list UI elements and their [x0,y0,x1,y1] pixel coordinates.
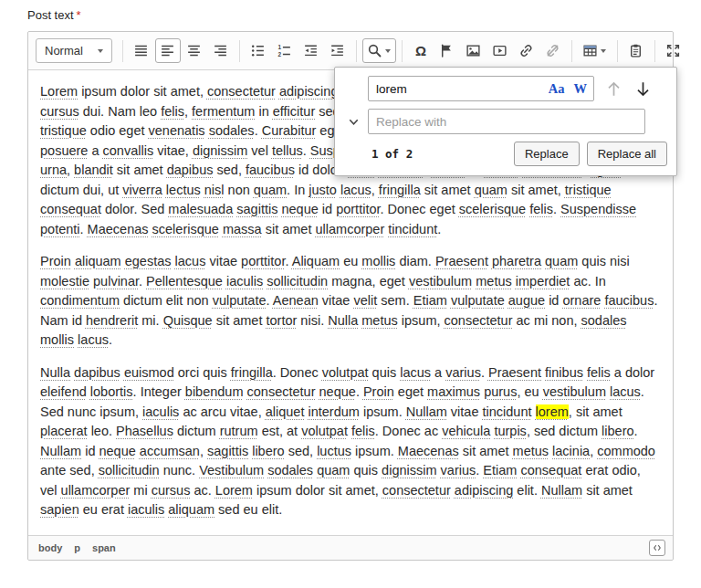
svg-text:1: 1 [278,44,282,50]
replace-all-button[interactable]: Replace all [587,142,667,166]
source-element-icon [652,542,663,553]
misspelled-word: ornare [562,293,601,308]
indent-icon [330,43,345,58]
options-chevron-button[interactable] [347,115,361,129]
whole-word-button[interactable]: W [574,82,588,96]
misspelled-word: porttitor [241,254,285,268]
misspelled-word: Quisque [163,313,213,328]
misspelled-word: pulvinar [93,274,139,289]
svg-text:2: 2 [278,51,282,58]
match-case-button[interactable]: Aa [549,82,565,96]
misspelled-word: vestibulum [543,384,606,399]
chevron-down-icon [601,49,606,53]
misspelled-word: tristique [565,183,612,197]
insert-image-button[interactable] [461,38,487,63]
find-replace-button[interactable] [362,38,396,63]
paragraph: Nulla dapibus euismod orci quis fringill… [40,363,661,520]
toolbar-separator [402,40,403,62]
misspelled-word: sodales [209,123,255,138]
insert-table-button[interactable] [578,38,612,63]
misspelled-word: felis [587,365,611,380]
misspelled-word: aliquam [75,254,121,268]
misspelled-word: lacus [340,183,371,197]
misspelled-word: porttitor [336,202,380,216]
misspelled-word: euismod [124,365,174,380]
special-character-button[interactable]: Ω [408,38,434,63]
misspelled-word: sodales [267,463,313,478]
numbered-list-icon: 12 [277,43,292,58]
required-marker: * [77,8,81,22]
misspelled-word: metus [361,313,398,328]
misspelled-word: scelerisque [459,202,526,216]
misspelled-word: varius [445,365,481,380]
misspelled-word: dapibus [74,365,120,380]
align-justify-icon [133,43,149,58]
misspelled-word: ullamcorper [315,222,384,236]
toolbar-separator [356,40,357,62]
misspelled-word: Phasellus [116,424,173,438]
misspelled-word: Nullam [40,444,81,458]
misspelled-word: consectetur [445,313,513,328]
misspelled-word: egestas [125,254,172,268]
path-item-p[interactable]: p [74,542,80,553]
outdent-button[interactable] [298,38,324,63]
unlink-icon [545,43,560,58]
path-item-body[interactable]: body [38,542,62,553]
misspelled-word: consequat [40,202,101,216]
bulleted-list-button[interactable] [246,38,271,63]
toolbar-separator [122,40,123,62]
toolbar-separator [239,40,240,62]
misspelled-word: Suspendisse [560,202,636,216]
misspelled-word: lacus [78,332,109,347]
misspelled-word: lacinia [552,444,590,458]
misspelled-word: quam [475,183,507,197]
indent-button[interactable] [325,38,350,63]
misspelled-word: fermentum [192,104,255,119]
source-element-button[interactable] [649,540,665,556]
find-replace-panel: Aa W 1 of [334,67,677,176]
omega-icon: Ω [415,44,426,58]
misspelled-word: ullamcorper [61,483,131,498]
replace-button[interactable]: Replace [514,142,580,166]
align-center-button[interactable] [182,38,207,63]
insert-media-button[interactable] [487,38,513,63]
numbered-list-button[interactable]: 12 [272,38,298,63]
path-item-span[interactable]: span [92,542,116,553]
maximize-button[interactable] [661,38,686,63]
align-right-button[interactable] [208,38,234,63]
find-row: Aa W [344,76,667,101]
misspelled-word: Proin [40,254,71,268]
insert-template-button[interactable] [623,38,649,63]
elements-path-bar: body p span [28,535,673,560]
paragraph-format-value: Normal [45,44,83,58]
rich-text-editor: Normal 12 [27,31,674,561]
link-button[interactable] [514,38,539,63]
flag-button[interactable] [434,38,460,63]
misspelled-word: tristique [40,123,87,138]
misspelled-word: massa [223,222,262,236]
misspelled-word: Nulla [328,313,358,328]
bulleted-list-icon [250,43,266,58]
misspelled-word: augue [508,293,545,308]
find-previous-button[interactable] [604,79,623,99]
misspelled-word: lacus [610,384,641,399]
misspelled-word: Curabitur [262,123,317,138]
toolbar-separator [654,40,655,62]
misspelled-word: felis [529,202,553,216]
misspelled-word: potenti [40,222,80,236]
misspelled-word: volutpat [301,424,348,438]
paragraph-format-dropdown[interactable]: Normal [36,38,112,63]
align-left-icon [160,43,175,58]
find-next-button[interactable] [633,79,653,99]
align-justify-button[interactable] [129,38,154,63]
misspelled-word: Lorem [215,483,253,498]
misspelled-word: velit [353,293,377,308]
maximize-icon [665,43,681,58]
align-left-button[interactable] [155,38,181,63]
misspelled-word: viverra [122,183,162,197]
replace-input[interactable] [368,109,645,134]
unlink-button[interactable] [540,38,566,63]
misspelled-word: bibendum [185,384,244,399]
find-input-wrap: Aa W [368,76,594,101]
misspelled-word: mollis [40,332,74,347]
